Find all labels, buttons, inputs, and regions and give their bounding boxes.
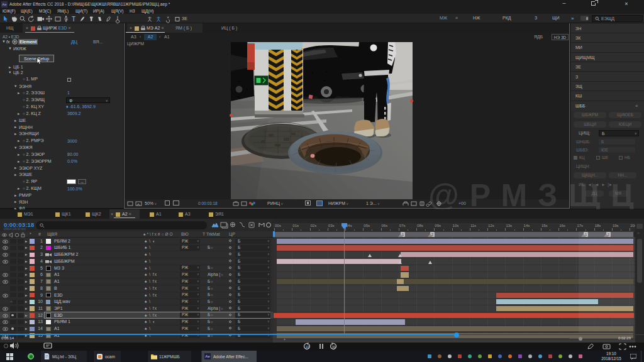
svg-text:10: 10: [306, 345, 309, 349]
svg-text:30: 30: [332, 345, 336, 349]
svg-text:T: T: [72, 16, 75, 23]
